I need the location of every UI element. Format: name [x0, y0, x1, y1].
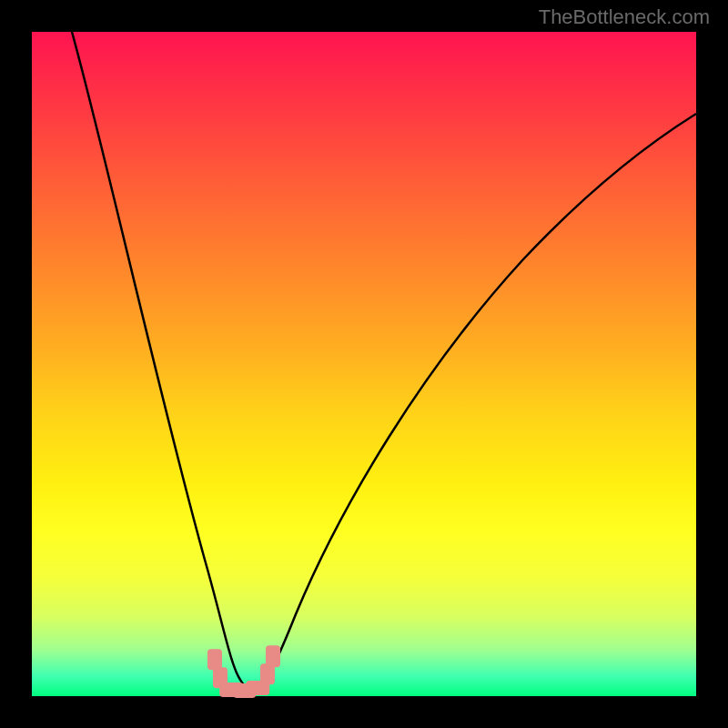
chart-plot-area	[32, 32, 696, 696]
watermark-text: TheBottleneck.com	[539, 5, 710, 29]
data-marker	[260, 663, 275, 684]
marker-group	[32, 32, 696, 696]
data-marker	[266, 646, 280, 667]
